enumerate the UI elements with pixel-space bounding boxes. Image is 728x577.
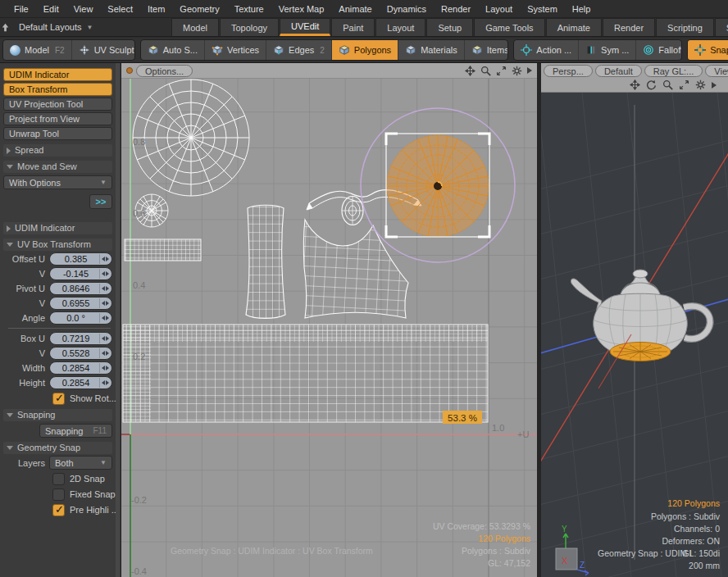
show-rot-checkbox-row[interactable]: Show Rot... xyxy=(52,392,121,405)
menu-dynamics[interactable]: Dynamics xyxy=(380,4,434,14)
selected-uv-island[interactable] xyxy=(387,135,489,237)
materials-mode-button[interactable]: Materials xyxy=(398,40,465,60)
vertices-mode-button[interactable]: Vertices xyxy=(205,40,266,60)
geometry-snap-section-header[interactable]: Geometry Snap xyxy=(3,442,112,454)
menu-animate[interactable]: Animate xyxy=(331,4,379,14)
stepper-icon[interactable] xyxy=(99,313,111,323)
menu-render[interactable]: Render xyxy=(434,4,478,14)
viewport-menu-icon[interactable] xyxy=(712,82,717,89)
zoom-icon[interactable] xyxy=(480,66,491,76)
stepper-icon[interactable] xyxy=(99,298,111,308)
viewport3d-canvas[interactable]: Y X Z 120 Polygons Polygons : Subdiv Cha… xyxy=(541,93,728,577)
uv-canvas[interactable]: 53.3 % 0.8 0.6 0.4 0.2 -0.2 -0.4 1.0 +U … xyxy=(121,79,537,577)
box-u-field[interactable]: 0.7219 xyxy=(49,332,112,345)
pan-icon[interactable] xyxy=(465,66,475,76)
menu-vertex-map[interactable]: Vertex Map xyxy=(271,4,332,14)
maximize-icon[interactable] xyxy=(496,66,507,76)
polygons-mode-button[interactable]: Polygons xyxy=(332,40,398,60)
unwrap-tool-button[interactable]: Unwrap Tool xyxy=(3,127,112,140)
uv-island-column[interactable] xyxy=(243,202,289,323)
raygl-dropdown[interactable]: Ray GL:... xyxy=(644,65,703,77)
tab-scripting[interactable]: Scripting xyxy=(656,18,714,36)
pivot-u-field[interactable]: 0.8646 xyxy=(49,282,112,295)
fixed-snap-checkbox-row[interactable]: Fixed Snap xyxy=(52,488,121,501)
auto-select-button[interactable]: Auto S... xyxy=(141,40,205,60)
gear-icon[interactable] xyxy=(512,66,522,76)
rotate-icon[interactable] xyxy=(646,80,657,90)
menu-view[interactable]: View xyxy=(66,4,101,14)
height-field[interactable]: 0.2854 xyxy=(49,376,112,389)
move-and-sew-section-header[interactable]: Move and Sew xyxy=(3,161,112,173)
menu-system[interactable]: System xyxy=(520,4,565,14)
uv-box-transform-section-header[interactable]: UV Box Transform xyxy=(3,239,112,251)
tab-uvedit[interactable]: UVEdit xyxy=(280,18,330,36)
menu-layout[interactable]: Layout xyxy=(478,4,520,14)
uv-island-disc-large[interactable] xyxy=(133,80,249,196)
width-field[interactable]: 0.2854 xyxy=(49,361,112,375)
stepper-icon[interactable] xyxy=(99,284,111,293)
menu-texture[interactable]: Texture xyxy=(227,4,271,14)
udim-indicator-button[interactable]: UDIM Indicator xyxy=(3,68,112,81)
uv-island-strip[interactable] xyxy=(125,239,201,261)
stepper-icon[interactable] xyxy=(99,269,111,279)
tab-animate[interactable]: Animate xyxy=(546,18,602,36)
tab-model[interactable]: Model xyxy=(171,18,219,36)
tab-schematic[interactable]: Schemat xyxy=(715,18,728,36)
pivot-v-field[interactable]: 0.6955 xyxy=(49,297,112,310)
checkbox-unchecked-icon[interactable] xyxy=(52,488,65,501)
menu-item[interactable]: Item xyxy=(140,4,172,14)
symmetry-button[interactable]: Sym ... xyxy=(579,40,636,60)
stepper-icon[interactable] xyxy=(99,254,111,264)
gear-icon[interactable] xyxy=(695,80,706,90)
menu-edit[interactable]: Edit xyxy=(36,4,66,14)
menu-file[interactable]: File xyxy=(7,4,36,14)
viewport-state-icon[interactable] xyxy=(126,67,133,74)
menu-help[interactable]: Help xyxy=(565,4,598,14)
angle-field[interactable]: 0.0 ° xyxy=(49,311,112,325)
offset-v-field[interactable]: -0.145 xyxy=(49,267,112,280)
with-options-dropdown[interactable]: With Options ▼ xyxy=(3,175,112,189)
tab-layout[interactable]: Layout xyxy=(375,18,425,36)
tab-paint[interactable]: Paint xyxy=(331,18,375,36)
tab-render[interactable]: Render xyxy=(603,18,655,36)
sidebar-scrollbar[interactable] xyxy=(116,63,120,577)
uv-viewport[interactable]: Options... xyxy=(121,63,537,577)
action-center-button[interactable]: Action ... xyxy=(514,40,579,60)
menu-geometry[interactable]: Geometry xyxy=(172,4,226,14)
items-mode-button[interactable]: Items 5 xyxy=(465,40,509,60)
snapping-section-header[interactable]: Snapping xyxy=(3,409,112,421)
tab-topology[interactable]: Topology xyxy=(220,18,279,36)
udim-indicator-section-header[interactable]: UDIM Indicator xyxy=(3,222,112,234)
checkbox-unchecked-icon[interactable] xyxy=(52,473,65,485)
uv-projection-tool-button[interactable]: UV Projection Tool xyxy=(3,98,112,111)
teapot-mesh[interactable] xyxy=(571,270,710,361)
uv-island-flared[interactable] xyxy=(298,214,416,325)
spread-section-header[interactable]: Spread xyxy=(3,144,112,157)
snapping-button[interactable]: Snapping F11 xyxy=(39,424,112,438)
maximize-icon[interactable] xyxy=(679,80,689,90)
viewport-menu-icon[interactable] xyxy=(527,67,532,74)
stepper-icon[interactable] xyxy=(99,378,111,388)
checkbox-checked-icon[interactable] xyxy=(52,393,65,405)
pre-highlight-checkbox-row[interactable]: Pre Highli ... xyxy=(52,503,121,516)
stepper-icon[interactable] xyxy=(99,363,111,373)
stepper-icon[interactable] xyxy=(99,348,111,358)
layout-switcher[interactable]: Default Layouts ▼ xyxy=(11,18,134,36)
offset-u-field[interactable]: 0.385 xyxy=(49,252,112,266)
perspective-viewport[interactable]: Persp... Default Ray GL:... Viewpor... xyxy=(541,63,728,577)
falloff-button[interactable]: Falloff xyxy=(636,40,682,60)
zoom-icon[interactable] xyxy=(662,80,673,90)
2d-snap-checkbox-row[interactable]: 2D Snap xyxy=(52,472,121,485)
checkbox-checked-icon[interactable] xyxy=(52,504,65,516)
options-button[interactable]: Options... xyxy=(136,65,193,77)
pin-layout-button[interactable] xyxy=(0,18,11,36)
tab-setup[interactable]: Setup xyxy=(426,18,473,36)
stepper-icon[interactable] xyxy=(99,334,111,343)
project-from-view-button[interactable]: Project from View xyxy=(3,112,112,125)
edges-mode-button[interactable]: Edges 2 xyxy=(266,40,332,60)
pan-icon[interactable] xyxy=(630,80,640,90)
expand-panel-button[interactable]: >> xyxy=(89,194,112,209)
viewport-options-dropdown[interactable]: Viewpor... xyxy=(705,65,728,77)
shading-dropdown[interactable]: Default xyxy=(595,65,642,77)
layers-dropdown[interactable]: Both ▼ xyxy=(49,456,112,470)
